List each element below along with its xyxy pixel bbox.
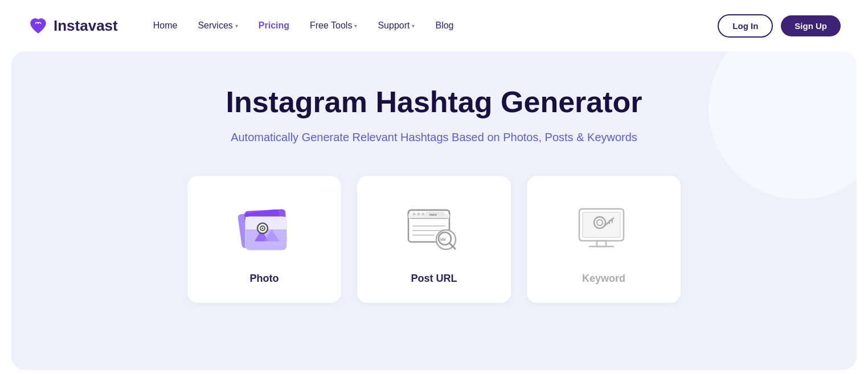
brand-logo[interactable]: Instavast <box>27 15 118 36</box>
signup-button[interactable]: Sign Up <box>781 15 841 36</box>
nav-item-home[interactable]: Home <box>145 16 186 35</box>
card-photo-label: Photo <box>250 273 279 285</box>
login-button[interactable]: Log In <box>718 14 773 38</box>
card-keyword[interactable]: Keyword <box>527 176 681 303</box>
chevron-down-icon: ▾ <box>412 23 415 29</box>
chevron-down-icon: ▾ <box>354 23 357 29</box>
cards-row: Photo www <box>34 176 834 303</box>
svg-point-9 <box>262 227 264 229</box>
card-post-url[interactable]: www ww Post URL <box>357 176 511 303</box>
navbar: Instavast Home Services ▾ Pricing Free T… <box>0 0 868 51</box>
svg-point-14 <box>417 212 420 215</box>
nav-item-blog[interactable]: Blog <box>427 16 461 35</box>
hero-title: Instagram Hashtag Generator <box>34 85 834 120</box>
svg-rect-27 <box>597 241 606 246</box>
nav-item-pricing[interactable]: Pricing <box>251 16 297 35</box>
nav-item-services[interactable]: Services ▾ <box>190 16 245 35</box>
hero-section: Instagram Hashtag Generator Automaticall… <box>11 51 857 370</box>
svg-point-15 <box>422 212 425 215</box>
hero-subtitle: Automatically Generate Relevant Hashtags… <box>34 131 834 144</box>
nav-actions: Log In Sign Up <box>718 14 841 38</box>
brand-name: Instavast <box>54 17 118 35</box>
svg-point-13 <box>413 212 416 215</box>
svg-text:www: www <box>429 212 437 217</box>
svg-text:ww: ww <box>440 237 446 242</box>
card-post-url-label: Post URL <box>411 273 457 285</box>
nav-links: Home Services ▾ Pricing Free Tools ▾ Sup… <box>145 16 718 35</box>
post-url-icon: www ww <box>403 199 465 261</box>
chevron-down-icon: ▾ <box>235 23 238 29</box>
keyword-icon <box>572 199 635 261</box>
nav-item-free-tools[interactable]: Free Tools ▾ <box>302 16 365 35</box>
nav-item-support[interactable]: Support ▾ <box>370 16 423 35</box>
card-photo[interactable]: Photo <box>187 176 341 303</box>
photo-icon <box>233 199 296 261</box>
card-keyword-label: Keyword <box>582 273 625 285</box>
